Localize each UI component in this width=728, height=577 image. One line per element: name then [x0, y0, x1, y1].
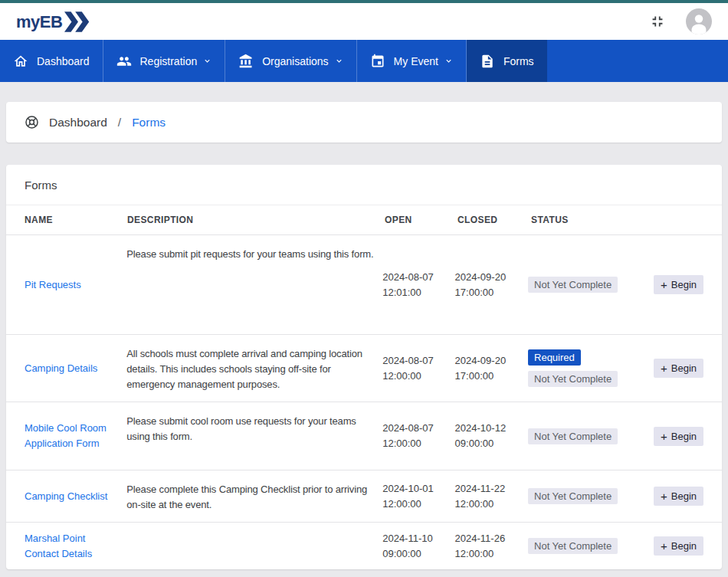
status-badge: Not Yet Complete	[528, 277, 618, 293]
form-description: All schools must complete arrival and ca…	[126, 335, 382, 402]
open-datetime: 2024-08-07 12:00:00	[382, 353, 454, 384]
status-badge-required: Required	[528, 349, 581, 366]
closed-date: 2024-09-20	[455, 353, 528, 369]
nav-item-dashboard[interactable]: Dashboard	[0, 40, 103, 82]
closed-date: 2024-09-20	[455, 270, 528, 285]
begin-button-label: Begin	[671, 279, 697, 290]
nav-label: Registration	[140, 55, 198, 67]
begin-button[interactable]: + Begin	[654, 427, 703, 446]
nav-item-my-event[interactable]: My Event	[357, 40, 467, 82]
chevron-down-icon	[444, 57, 453, 65]
closed-date: 2024-10-12	[455, 421, 528, 436]
open-date: 2024-08-07	[382, 421, 454, 436]
table-row: Camping Details All schools must complet…	[6, 335, 722, 402]
column-header-open: OPEN	[385, 215, 457, 225]
document-icon	[480, 54, 495, 69]
closed-date: 2024-11-22	[455, 481, 528, 497]
form-link[interactable]: Mobile Cool Room Application Form	[25, 422, 107, 449]
column-header-description: DESCRIPTION	[127, 215, 385, 225]
nav-item-registration[interactable]: Registration	[103, 40, 226, 82]
closed-datetime: 2024-11-26 12:00:00	[455, 531, 528, 562]
header-actions	[649, 8, 712, 34]
form-description: Please submit cool room use requests for…	[126, 402, 382, 454]
closed-datetime: 2024-09-20 17:00:00	[455, 270, 528, 300]
user-avatar[interactable]	[686, 8, 712, 34]
calendar-icon	[370, 54, 385, 69]
breadcrumb: Dashboard / Forms	[6, 102, 722, 143]
begin-button-label: Begin	[671, 362, 697, 374]
people-icon	[116, 54, 132, 69]
open-time: 12:00:00	[382, 436, 454, 451]
column-header-status: STATUS	[531, 215, 657, 225]
breadcrumb-forms-link[interactable]: Forms	[132, 116, 166, 129]
closed-time: 17:00:00	[455, 369, 528, 384]
table-row: Camping Checklist Please complete this C…	[6, 470, 722, 523]
form-description: Please submit pit requests for your team…	[126, 235, 382, 271]
plus-icon: +	[661, 491, 667, 501]
form-description: Please complete this Camping Checklist p…	[126, 470, 382, 522]
form-link[interactable]: Pit Requests	[25, 279, 81, 290]
begin-button[interactable]: + Begin	[654, 359, 703, 378]
nav-label: Dashboard	[37, 55, 90, 67]
status-badge: Not Yet Complete	[528, 538, 618, 554]
open-datetime: 2024-11-10 09:00:00	[382, 531, 454, 562]
closed-datetime: 2024-10-12 09:00:00	[455, 421, 528, 451]
open-date: 2024-11-10	[382, 531, 454, 546]
logo-chevrons-icon	[64, 11, 92, 32]
chevron-down-icon	[335, 57, 343, 65]
open-date: 2024-10-01	[382, 481, 454, 497]
open-time: 09:00:00	[382, 546, 454, 562]
bank-icon	[238, 54, 254, 69]
closed-time: 12:00:00	[455, 546, 528, 562]
dashboard-wheel-icon	[24, 114, 40, 130]
begin-button[interactable]: + Begin	[654, 487, 703, 506]
plus-icon: +	[661, 431, 667, 441]
table-row: Pit Requests Please submit pit requests …	[6, 235, 722, 335]
closed-time: 12:00:00	[455, 497, 528, 512]
closed-date: 2024-11-26	[455, 531, 528, 546]
open-date: 2024-08-07	[382, 353, 454, 369]
closed-datetime: 2024-11-22 12:00:00	[455, 481, 528, 512]
form-description	[126, 523, 382, 543]
open-time: 12:00:00	[382, 369, 454, 384]
form-link[interactable]: Marshal Point Contact Details	[25, 533, 92, 559]
begin-button-label: Begin	[671, 540, 697, 552]
plus-icon: +	[661, 541, 667, 551]
home-icon	[13, 54, 28, 69]
closed-time: 09:00:00	[455, 436, 528, 451]
nav-label: My Event	[394, 55, 438, 67]
begin-button-label: Begin	[671, 431, 697, 442]
open-datetime: 2024-08-07 12:00:00	[382, 421, 454, 451]
chevron-down-icon	[203, 57, 212, 65]
closed-datetime: 2024-09-20 17:00:00	[455, 353, 528, 384]
begin-button[interactable]: + Begin	[654, 536, 703, 556]
status-badge: Not Yet Complete	[528, 371, 618, 387]
closed-time: 17:00:00	[455, 285, 528, 300]
forms-card: Forms NAME DESCRIPTION OPEN CLOSED STATU…	[6, 165, 722, 569]
open-time: 12:01:00	[382, 285, 454, 300]
plus-icon: +	[661, 363, 667, 373]
nav-item-organisations[interactable]: Organisations	[225, 40, 356, 82]
begin-button[interactable]: + Begin	[654, 275, 703, 294]
open-time: 12:00:00	[382, 497, 454, 512]
open-date: 2024-08-07	[382, 270, 454, 285]
table-row: Marshal Point Contact Details 2024-11-10…	[6, 523, 722, 569]
fullscreen-exit-icon[interactable]	[649, 13, 666, 30]
logo-text: myEB	[16, 12, 62, 32]
column-header-name: NAME	[25, 215, 127, 225]
main-nav: Dashboard Registration Organisations My …	[0, 40, 728, 82]
nav-item-forms[interactable]: Forms	[467, 40, 547, 82]
breadcrumb-dashboard-link[interactable]: Dashboard	[49, 116, 107, 129]
nav-label: Forms	[503, 55, 534, 67]
column-header-closed: CLOSED	[457, 215, 531, 225]
status-badge: Not Yet Complete	[528, 488, 618, 504]
myeb-logo[interactable]: myEB	[16, 11, 92, 32]
page-title: Forms	[6, 165, 722, 205]
open-datetime: 2024-08-07 12:01:00	[382, 270, 454, 300]
form-link[interactable]: Camping Checklist	[25, 490, 107, 502]
table-header-row: NAME DESCRIPTION OPEN CLOSED STATUS	[6, 205, 722, 235]
open-datetime: 2024-10-01 12:00:00	[382, 481, 454, 512]
app-header: myEB	[0, 3, 728, 40]
form-link[interactable]: Camping Details	[25, 362, 97, 374]
table-row: Mobile Cool Room Application Form Please…	[6, 402, 722, 470]
